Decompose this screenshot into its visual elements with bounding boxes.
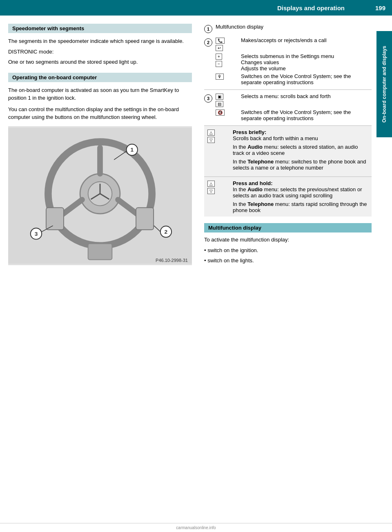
voice-on-text: Switches on the Voice Control System; se… <box>241 73 372 85</box>
row-press-hold: △ ▽ Press and hold: In the Audio menu: s… <box>207 180 368 213</box>
steering-wheel-image: 1 2 3 P46.10-2998-31 <box>8 126 192 265</box>
circle-3: 3 <box>204 94 212 103</box>
phone-reject-icon: ↩ <box>216 45 223 51</box>
voice-on-icon: 🎙 <box>216 74 224 80</box>
hold-down-icon: ▽ <box>207 188 215 194</box>
speedometer-text2: DISTRONIC mode: <box>8 48 192 56</box>
settings-text: Selects submenus in the Settings menu <box>241 53 334 59</box>
scrolls-text: Scrolls back and forth within a menu <box>233 135 368 141</box>
scroll-down-icon: ▽ <box>207 137 215 143</box>
minus-icon: − <box>216 61 222 67</box>
scroll-up-icon: △ <box>207 130 215 136</box>
multifunction-display-box: Multifunction display <box>204 223 372 232</box>
side-tab-label: On-board computer and displays <box>376 31 392 137</box>
plusminus-text: Selects submenus in the Settings menu Ch… <box>241 53 334 72</box>
audio-text1: In the Audio menu: selects a stored stat… <box>233 144 368 156</box>
row-plusminus: + − Selects submenus in the Settings men… <box>216 53 372 72</box>
menu-scroll-text: Selects a menu: scrolls back and forth <box>241 93 331 99</box>
press-hold-section: △ ▽ Press and hold: In the Audio menu: s… <box>204 177 372 217</box>
left-column: Speedometer with segments The segments i… <box>0 16 200 532</box>
svg-text:3: 3 <box>35 230 38 237</box>
page-number: 199 <box>369 4 385 11</box>
svg-text:2: 2 <box>165 228 168 235</box>
speedometer-box: Speedometer with segments <box>8 24 192 33</box>
computer-box: Operating the on-board computer <box>8 73 192 82</box>
press-briefly-label: Press briefly: <box>233 129 266 135</box>
adjusts-volume: Adjusts the volume <box>241 65 334 72</box>
bullet2: • switch on the lights. <box>204 257 372 265</box>
voice-off-icon: 🔇 <box>216 110 225 116</box>
row-circle3: 3 ▣ ▤ Selects a menu: scrolls back and f… <box>204 93 372 107</box>
menu-up-icon: ▣ <box>216 94 223 100</box>
changes-values: Changes values <box>241 59 334 65</box>
svg-rect-10 <box>46 208 64 230</box>
page-container: Speedometer with segments The segments i… <box>0 16 392 532</box>
press-hold-label: Press and hold: <box>233 180 273 186</box>
menu-down-icon: ▤ <box>216 101 223 107</box>
bullet1: • switch on the ignition. <box>204 246 372 255</box>
speedometer-text3: One or two segments around the stored sp… <box>8 58 192 66</box>
telephone-text2: In the Telephone menu: starts rapid scro… <box>233 201 368 213</box>
footer-text: carmanualsonline.info <box>176 525 216 530</box>
row-voiceoff: 🔇 Switches off the Voice Control System;… <box>216 109 372 121</box>
bottom-section: Multifunction display To activate the mu… <box>204 223 372 265</box>
row-voiceon: 🎙 Switches on the Voice Control System; … <box>216 73 372 85</box>
press-briefly-content: Press briefly: Scrolls back and forth wi… <box>233 129 368 171</box>
row-circle2: 2 📞 ↩ Makes/accepts or rejects/ends a ca… <box>204 37 372 51</box>
hold-up-icon: △ <box>207 181 215 187</box>
computer-text2: You can control the multifunction displa… <box>8 105 192 121</box>
svg-rect-11 <box>136 208 154 230</box>
audio-text2: In the Audio menu: selects the previous/… <box>233 186 368 199</box>
footer: carmanualsonline.info <box>0 523 392 532</box>
svg-text:1: 1 <box>130 147 134 153</box>
row-circle1: 1 Multifunction display <box>204 24 372 33</box>
press-hold-content: Press and hold: In the Audio menu: selec… <box>233 180 368 213</box>
right-column: 1 Multifunction display 2 📞 ↩ Makes/acce… <box>200 16 392 532</box>
telephone-text1: In the Telephone menu: switches to the p… <box>233 159 368 171</box>
header-title: Displays and operation <box>16 4 369 11</box>
computer-text1: The on-board computer is activated as so… <box>8 86 192 102</box>
multifunction-text1: To activate the multifunction display: <box>204 236 372 244</box>
image-caption: P46.10-2998-31 <box>156 258 188 263</box>
circle-2: 2 <box>204 38 212 47</box>
phone-accept-icon: 📞 <box>216 38 225 44</box>
svg-rect-21 <box>88 244 112 259</box>
row-press-briefly: △ ▽ Press briefly: Scrolls back and fort… <box>207 129 368 171</box>
phone-text: Makes/accepts or rejects/ends a call <box>241 37 327 43</box>
divider1 <box>204 89 372 90</box>
multifunction-label: Multifunction display <box>216 24 372 30</box>
circle-1: 1 <box>204 25 212 33</box>
header-bar: Displays and operation 199 <box>0 0 392 16</box>
plus-icon: + <box>216 54 222 60</box>
voice-off-text: Switches off the Voice Control System; s… <box>241 109 372 121</box>
press-briefly-section: △ ▽ Press briefly: Scrolls back and fort… <box>204 126 372 177</box>
speedometer-text1: The segments in the speedometer indicate… <box>8 37 192 45</box>
